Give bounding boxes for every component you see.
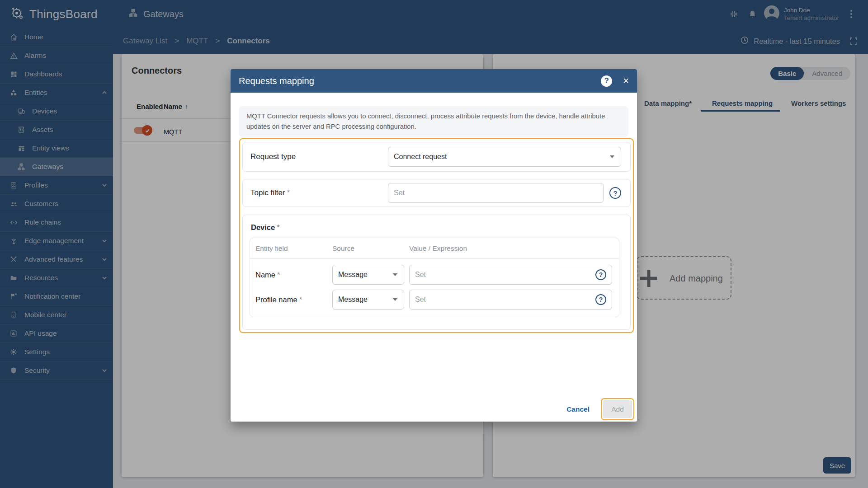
name-source-select[interactable]: Message (332, 265, 404, 285)
field-help-icon[interactable]: ? (595, 294, 606, 305)
request-type-row: Request type Connect request (242, 142, 631, 172)
topic-filter-row: Topic filter* ? (242, 179, 631, 207)
field-help-icon[interactable]: ? (595, 269, 606, 280)
field-help-icon[interactable]: ? (609, 187, 621, 199)
dialog-title: Requests mapping (239, 76, 314, 86)
chevron-down-icon (610, 155, 614, 158)
dialog-header: Requests mapping ? × (231, 69, 637, 93)
profile-name-value-input[interactable] (415, 296, 595, 304)
column-entity-field: Entity field (255, 244, 332, 253)
topic-filter-input[interactable] (394, 189, 598, 197)
cancel-button[interactable]: Cancel (566, 405, 590, 413)
name-value-input[interactable] (415, 271, 595, 279)
required-mark: * (299, 296, 302, 304)
device-profile-name-row: Profile name* Message ? (250, 290, 619, 310)
dialog-description: MQTT Connector requests allows you to co… (239, 106, 628, 137)
add-button[interactable]: Add (603, 400, 632, 418)
required-mark: * (277, 223, 279, 231)
device-table-header: Entity field Source Value / Expression (250, 238, 619, 259)
device-section: Device* Entity field Source Value / Expr… (242, 215, 631, 330)
topic-filter-field (388, 183, 604, 203)
requests-mapping-dialog: Requests mapping ? × MQTT Connector requ… (231, 69, 637, 422)
profile-name-field-label: Profile name* (255, 296, 332, 304)
request-type-label: Request type (250, 152, 388, 161)
chevron-down-icon (393, 273, 397, 276)
name-field-label: Name* (255, 271, 332, 279)
help-icon[interactable]: ? (601, 75, 612, 87)
device-mapping-table: Entity field Source Value / Expression N… (250, 238, 619, 317)
profile-name-value-field: ? (409, 290, 612, 310)
topic-filter-label: Topic filter* (250, 188, 388, 197)
required-mark: * (287, 188, 290, 197)
chevron-down-icon (393, 298, 397, 301)
profile-name-source-select[interactable]: Message (332, 290, 404, 310)
column-source: Source (332, 244, 409, 253)
name-value-field: ? (409, 265, 612, 285)
device-name-row: Name* Message ? (250, 265, 619, 285)
add-button-highlight-outline: Add (601, 398, 634, 420)
form-highlight-outline: Request type Connect request Topic filte… (239, 138, 634, 333)
dialog-footer: Cancel Add (566, 398, 634, 420)
required-mark: * (277, 271, 280, 279)
column-value-expression: Value / Expression (409, 244, 612, 253)
close-icon[interactable]: × (623, 76, 629, 86)
request-type-select[interactable]: Connect request (388, 147, 621, 167)
device-section-title: Device* (251, 223, 619, 232)
